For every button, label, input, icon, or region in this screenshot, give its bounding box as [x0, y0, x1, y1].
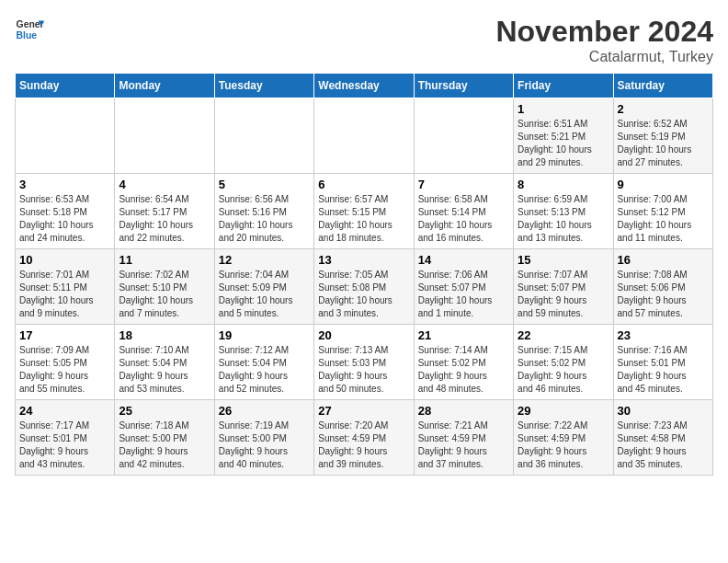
day-number: 12 [219, 253, 310, 267]
day-number: 21 [418, 328, 509, 342]
col-saturday: Saturday [613, 74, 712, 98]
day-info: Sunrise: 7:14 AM Sunset: 5:02 PM Dayligh… [418, 344, 509, 396]
day-number: 4 [119, 178, 210, 191]
day-info: Sunrise: 7:01 AM Sunset: 5:11 PM Dayligh… [19, 269, 110, 320]
calendar-cell-w3-d6: 23Sunrise: 7:16 AM Sunset: 5:01 PM Dayli… [613, 325, 712, 400]
week-row-3: 17Sunrise: 7:09 AM Sunset: 5:05 PM Dayli… [16, 325, 713, 400]
calendar-cell-w1-d3: 6Sunrise: 6:57 AM Sunset: 5:15 PM Daylig… [314, 174, 414, 249]
calendar-cell-w0-d4 [414, 98, 513, 174]
calendar-cell-w4-d5: 29Sunrise: 7:22 AM Sunset: 4:59 PM Dayli… [514, 400, 613, 476]
logo: General Blue [15, 15, 44, 44]
day-number: 22 [518, 328, 609, 342]
day-number: 7 [418, 178, 509, 191]
day-number: 26 [219, 404, 310, 418]
day-number: 9 [618, 178, 709, 191]
col-thursday: Thursday [414, 74, 513, 98]
day-info: Sunrise: 7:05 AM Sunset: 5:08 PM Dayligh… [318, 269, 409, 320]
day-info: Sunrise: 6:54 AM Sunset: 5:17 PM Dayligh… [119, 193, 210, 245]
col-friday: Friday [514, 74, 613, 98]
calendar-cell-w0-d6: 2Sunrise: 6:52 AM Sunset: 5:19 PM Daylig… [613, 98, 712, 174]
day-number: 19 [219, 328, 310, 342]
calendar-cell-w3-d5: 22Sunrise: 7:15 AM Sunset: 5:02 PM Dayli… [514, 325, 613, 400]
day-info: Sunrise: 6:58 AM Sunset: 5:14 PM Dayligh… [418, 193, 509, 245]
calendar-cell-w2-d3: 13Sunrise: 7:05 AM Sunset: 5:08 PM Dayli… [314, 249, 414, 325]
day-info: Sunrise: 7:19 AM Sunset: 5:00 PM Dayligh… [219, 419, 310, 471]
calendar-cell-w1-d0: 3Sunrise: 6:53 AM Sunset: 5:18 PM Daylig… [16, 174, 115, 249]
calendar-cell-w0-d0 [16, 98, 115, 174]
calendar-cell-w2-d5: 15Sunrise: 7:07 AM Sunset: 5:07 PM Dayli… [514, 249, 613, 325]
day-number: 1 [518, 102, 609, 116]
calendar-cell-w0-d2 [214, 98, 313, 174]
calendar-cell-w4-d6: 30Sunrise: 7:23 AM Sunset: 4:58 PM Dayli… [613, 400, 712, 476]
day-info: Sunrise: 7:21 AM Sunset: 4:59 PM Dayligh… [418, 419, 509, 471]
calendar-cell-w2-d2: 12Sunrise: 7:04 AM Sunset: 5:09 PM Dayli… [214, 249, 313, 325]
day-info: Sunrise: 6:52 AM Sunset: 5:19 PM Dayligh… [618, 118, 709, 169]
day-info: Sunrise: 7:17 AM Sunset: 5:01 PM Dayligh… [19, 419, 110, 471]
day-info: Sunrise: 7:07 AM Sunset: 5:07 PM Dayligh… [518, 269, 609, 320]
calendar-cell-w2-d6: 16Sunrise: 7:08 AM Sunset: 5:06 PM Dayli… [613, 249, 712, 325]
day-number: 24 [19, 404, 110, 418]
day-info: Sunrise: 7:13 AM Sunset: 5:03 PM Dayligh… [318, 344, 409, 396]
calendar-cell-w4-d3: 27Sunrise: 7:20 AM Sunset: 4:59 PM Dayli… [314, 400, 414, 476]
day-info: Sunrise: 7:09 AM Sunset: 5:05 PM Dayligh… [19, 344, 110, 396]
calendar-cell-w0-d1 [115, 98, 214, 174]
calendar-cell-w0-d5: 1Sunrise: 6:51 AM Sunset: 5:21 PM Daylig… [514, 98, 613, 174]
week-row-0: 1Sunrise: 6:51 AM Sunset: 5:21 PM Daylig… [16, 98, 713, 174]
calendar-cell-w2-d0: 10Sunrise: 7:01 AM Sunset: 5:11 PM Dayli… [16, 249, 115, 325]
calendar-cell-w1-d1: 4Sunrise: 6:54 AM Sunset: 5:17 PM Daylig… [115, 174, 214, 249]
day-info: Sunrise: 7:10 AM Sunset: 5:04 PM Dayligh… [119, 344, 210, 396]
week-row-4: 24Sunrise: 7:17 AM Sunset: 5:01 PM Dayli… [16, 400, 713, 476]
day-info: Sunrise: 7:18 AM Sunset: 5:00 PM Dayligh… [119, 419, 210, 471]
calendar-cell-w1-d5: 8Sunrise: 6:59 AM Sunset: 5:13 PM Daylig… [514, 174, 613, 249]
day-number: 23 [618, 328, 709, 342]
day-info: Sunrise: 6:51 AM Sunset: 5:21 PM Dayligh… [518, 118, 609, 169]
calendar-cell-w3-d2: 19Sunrise: 7:12 AM Sunset: 5:04 PM Dayli… [214, 325, 313, 400]
day-number: 29 [518, 404, 609, 418]
col-tuesday: Tuesday [214, 74, 313, 98]
day-info: Sunrise: 7:16 AM Sunset: 5:01 PM Dayligh… [618, 344, 709, 396]
day-info: Sunrise: 6:56 AM Sunset: 5:16 PM Dayligh… [219, 193, 310, 245]
svg-text:Blue: Blue [17, 30, 38, 40]
day-info: Sunrise: 6:59 AM Sunset: 5:13 PM Dayligh… [518, 193, 609, 245]
calendar-cell-w3-d3: 20Sunrise: 7:13 AM Sunset: 5:03 PM Dayli… [314, 325, 414, 400]
day-info: Sunrise: 7:08 AM Sunset: 5:06 PM Dayligh… [618, 269, 709, 320]
day-number: 6 [318, 178, 409, 191]
calendar-cell-w1-d2: 5Sunrise: 6:56 AM Sunset: 5:16 PM Daylig… [214, 174, 313, 249]
logo-icon: General Blue [15, 15, 44, 44]
day-number: 20 [318, 328, 409, 342]
day-number: 14 [418, 253, 509, 267]
day-info: Sunrise: 7:04 AM Sunset: 5:09 PM Dayligh… [219, 269, 310, 320]
title-section: November 2024 Catalarmut, Turkey [495, 15, 713, 65]
calendar-cell-w4-d0: 24Sunrise: 7:17 AM Sunset: 5:01 PM Dayli… [16, 400, 115, 476]
calendar-cell-w2-d1: 11Sunrise: 7:02 AM Sunset: 5:10 PM Dayli… [115, 249, 214, 325]
day-number: 2 [618, 102, 709, 116]
calendar-cell-w3-d1: 18Sunrise: 7:10 AM Sunset: 5:04 PM Dayli… [115, 325, 214, 400]
day-number: 5 [219, 178, 310, 191]
calendar-cell-w3-d0: 17Sunrise: 7:09 AM Sunset: 5:05 PM Dayli… [16, 325, 115, 400]
day-info: Sunrise: 7:00 AM Sunset: 5:12 PM Dayligh… [618, 193, 709, 245]
day-number: 11 [119, 253, 210, 267]
day-info: Sunrise: 7:15 AM Sunset: 5:02 PM Dayligh… [518, 344, 609, 396]
day-number: 8 [518, 178, 609, 191]
day-info: Sunrise: 6:53 AM Sunset: 5:18 PM Dayligh… [19, 193, 110, 245]
day-number: 3 [19, 178, 110, 191]
calendar-cell-w3-d4: 21Sunrise: 7:14 AM Sunset: 5:02 PM Dayli… [414, 325, 513, 400]
calendar-cell-w0-d3 [314, 98, 414, 174]
col-sunday: Sunday [16, 74, 115, 98]
calendar-cell-w1-d4: 7Sunrise: 6:58 AM Sunset: 5:14 PM Daylig… [414, 174, 513, 249]
day-info: Sunrise: 7:02 AM Sunset: 5:10 PM Dayligh… [119, 269, 210, 320]
day-number: 17 [19, 328, 110, 342]
calendar-cell-w4-d2: 26Sunrise: 7:19 AM Sunset: 5:00 PM Dayli… [214, 400, 313, 476]
day-info: Sunrise: 7:23 AM Sunset: 4:58 PM Dayligh… [618, 419, 709, 471]
day-number: 18 [119, 328, 210, 342]
day-number: 28 [418, 404, 509, 418]
header-row: Sunday Monday Tuesday Wednesday Thursday… [16, 74, 713, 98]
day-info: Sunrise: 7:22 AM Sunset: 4:59 PM Dayligh… [518, 419, 609, 471]
day-info: Sunrise: 7:06 AM Sunset: 5:07 PM Dayligh… [418, 269, 509, 320]
day-info: Sunrise: 7:20 AM Sunset: 4:59 PM Dayligh… [318, 419, 409, 471]
page-header: General Blue November 2024 Catalarmut, T… [15, 15, 713, 65]
calendar-subtitle: Catalarmut, Turkey [495, 49, 713, 65]
day-number: 15 [518, 253, 609, 267]
day-info: Sunrise: 6:57 AM Sunset: 5:15 PM Dayligh… [318, 193, 409, 245]
day-info: Sunrise: 7:12 AM Sunset: 5:04 PM Dayligh… [219, 344, 310, 396]
